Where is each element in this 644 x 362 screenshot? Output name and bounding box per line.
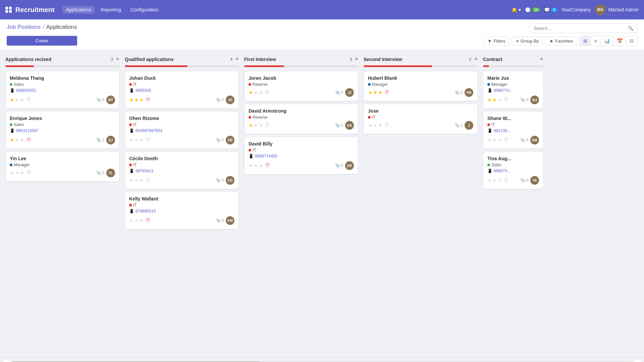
search-button[interactable]: 🔍	[628, 26, 634, 31]
paperclip-icon: 📎	[96, 171, 101, 175]
card-contract-1[interactable]: Shane W... IT 📱981239... ★★★ ⏱ 📎 0 SW	[483, 111, 543, 149]
card-qualified_applications-3[interactable]: Kelly Wallant IT 📱879895515 ★★★ ⏱ 📎 0 KW	[125, 192, 239, 229]
card-stars[interactable]: ★★★ ⏱	[487, 177, 508, 183]
card-qualified_applications-0[interactable]: Johan Duck IT 📱8955545 ★★★ ⏱ 📎 0 JD	[125, 71, 239, 109]
nav-reporting[interactable]: Reporting	[97, 6, 124, 14]
card-stars[interactable]: ★★★ ⏱	[10, 137, 31, 143]
tag-label: Sales	[14, 122, 24, 127]
card-first_interview-0[interactable]: Joren Jacob Reserve ★★★ ⏱ 📎 0 JJ	[244, 71, 358, 101]
star-1: ★	[254, 163, 258, 169]
card-second_interview-0[interactable]: Hubert Blank Manager ★★★ ⏱ 📎 0 HB	[364, 71, 478, 101]
clip-count: 📎 0	[335, 90, 343, 95]
tag-dot	[10, 164, 12, 166]
card-first_interview-1[interactable]: David Armstrong Reserve ★★★ ⏱ 📎 0 DA	[244, 104, 358, 134]
card-stars[interactable]: ★★★ ⏱	[129, 218, 150, 224]
list-view-btn[interactable]: ≡	[591, 36, 601, 46]
card-second_interview-1[interactable]: Jose IT ★★★ ⏱ 📎 1 J	[364, 104, 478, 134]
card-contract-0[interactable]: Marie Jus Manager 📱9988774... ★★★ ⏱ 📎 0 …	[483, 71, 543, 109]
card-stars[interactable]: ★★★ ⏱	[10, 97, 31, 103]
nav-configuration[interactable]: Configuration	[127, 6, 162, 14]
user-menu[interactable]: MA Mitchell Admin	[595, 4, 639, 15]
star-1: ★	[254, 122, 258, 128]
scroll-right-btn[interactable]: ›	[634, 359, 641, 362]
breadcrumb-parent[interactable]: Job Positions	[7, 24, 41, 31]
col-add-btn-qualified_applications[interactable]: +	[235, 56, 239, 63]
card-name: Yin Lee	[10, 156, 115, 161]
col-add-btn-first_interview[interactable]: +	[355, 56, 358, 63]
star-1: ★	[373, 122, 377, 128]
card-stars[interactable]: ★★★ ⏱	[249, 89, 270, 96]
card-stars[interactable]: ★★★ ⏱	[129, 177, 150, 183]
card-name: Tina Aug...	[487, 156, 539, 161]
filters-button[interactable]: ▼ Filters	[483, 37, 510, 46]
card-qualified_applications-2[interactable]: Cécile Donth IT 📱98765411 ★★★ ⏱ 📎 0 CD	[125, 152, 239, 189]
star-0: ★	[10, 137, 14, 143]
card-first_interview-2[interactable]: David Billy IT 📱9988774455 ★★★ ⏱ 📎 0 DB	[244, 137, 358, 174]
tag-label: Manager	[14, 163, 30, 167]
card-qualified_applications-1[interactable]: Ohen Rizome IT 📱654687987654 ★★★ ⏱ 📎 0 O…	[125, 111, 239, 149]
card-applications_received-2[interactable]: Yin Lee Manager ★★★ ⏱ 📎 0 YL	[5, 152, 119, 182]
messages-badge: 5	[551, 7, 557, 12]
star-2: ★	[20, 97, 24, 103]
clock-icon: ⏱	[265, 122, 270, 128]
tag-dot	[487, 123, 490, 126]
create-button[interactable]: Create	[7, 36, 77, 46]
group-by-button[interactable]: ≡ Group By	[512, 37, 543, 46]
card-applications_received-0[interactable]: Meldona Thang Sales 📱998655451 ★★★ ⏱ 📎 0…	[5, 71, 119, 109]
card-avatar: SW	[530, 136, 539, 144]
card-avatar: CD	[226, 176, 234, 185]
company-selector[interactable]: YourCompany	[561, 7, 591, 12]
tag-label: IT	[133, 82, 137, 87]
card-stars[interactable]: ★★★ ⏱	[368, 122, 389, 128]
col-header-contract: Contract +	[483, 56, 543, 63]
col-add-btn-contract[interactable]: +	[540, 56, 543, 63]
search-input[interactable]	[534, 26, 626, 31]
clip-count: 📎 0	[520, 178, 528, 183]
chart-view-btn[interactable]: 📊	[601, 36, 613, 46]
card-name: Enrique Jones	[10, 116, 115, 121]
bottom-scrollbar: ‹ ›	[0, 357, 644, 362]
notifications-btn[interactable]: 🔔 ▾	[512, 7, 521, 12]
star-0: ★	[487, 97, 492, 103]
nav-applications[interactable]: Applications	[63, 6, 95, 14]
card-applications_received-1[interactable]: Enrique Jones Sales 📱9963214587 ★★★ ⏱ 📎 …	[5, 111, 119, 149]
clock-btn[interactable]: 🕐 15	[525, 7, 540, 12]
card-stars[interactable]: ★★★ ⏱	[487, 137, 508, 143]
phone-icon: 📱	[10, 88, 15, 93]
col-add-btn-second_interview[interactable]: +	[474, 56, 478, 63]
scroll-left-btn[interactable]: ‹	[3, 359, 10, 362]
card-stars[interactable]: ★★★ ⏱	[129, 97, 150, 103]
calendar-view-btn[interactable]: 📅	[613, 36, 626, 46]
tag-dot	[10, 83, 12, 86]
card-actions: 📎 0 JJ	[335, 88, 354, 97]
card-stars[interactable]: ★★★ ⏱	[129, 137, 150, 143]
card-stars[interactable]: ★★★ ⏱	[487, 97, 508, 103]
star-2: ★	[259, 89, 263, 96]
col-title-qualified_applications: Qualified applications	[125, 57, 173, 62]
favorites-button[interactable]: ★ Favorites	[545, 37, 577, 46]
star-2: ★	[378, 89, 382, 96]
red-clock-icon: ⏱	[146, 218, 150, 224]
clock-icon: 🕐	[525, 7, 531, 12]
phone-icon: 📱	[10, 128, 15, 133]
card-contract-2[interactable]: Tina Aug... Sales 📱989874... ★★★ ⏱ 📎 0 T…	[483, 152, 543, 189]
clip-count: 📎 0	[216, 98, 224, 102]
card-stars[interactable]: ★★★ ⏱	[368, 89, 389, 96]
card-stars[interactable]: ★★★ ⏱	[249, 163, 270, 169]
brand: Recruitment	[5, 6, 55, 14]
card-stars[interactable]: ★★★ ⏱	[10, 170, 31, 176]
card-stars[interactable]: ★★★ ⏱	[249, 122, 270, 128]
messages-btn[interactable]: 💬 5	[544, 7, 557, 12]
col-add-btn-applications_received[interactable]: +	[116, 56, 119, 63]
card-avatar: JD	[226, 96, 234, 104]
brand-title: Recruitment	[15, 6, 55, 14]
phone-icon: 📱	[487, 169, 492, 173]
card-tag: Reserve	[249, 115, 354, 120]
grid-icon[interactable]	[5, 7, 12, 13]
clip-count: 📎 0	[216, 178, 224, 183]
grid-view-btn[interactable]: ⊟	[626, 36, 637, 46]
star-1: ★	[15, 170, 19, 176]
col-title-contract: Contract	[483, 57, 502, 62]
kanban-view-btn[interactable]: ⊞	[580, 36, 591, 46]
clock-icon: ⏱	[146, 137, 150, 143]
